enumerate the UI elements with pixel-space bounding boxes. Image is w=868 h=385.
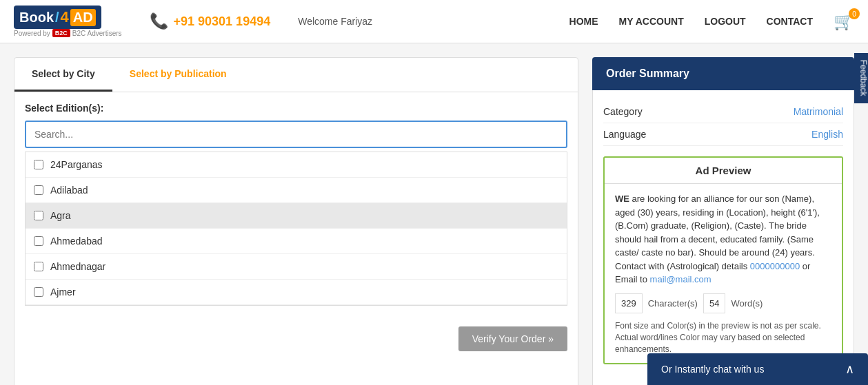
ad-text-rest: are looking for an alliance for our son … xyxy=(615,194,820,284)
verify-left: Verify Your Order » xyxy=(14,316,578,362)
city-name: Ahmedabad xyxy=(50,236,103,247)
city-checkbox[interactable] xyxy=(34,262,43,271)
tab-select-by-publication[interactable]: Select by Publication xyxy=(112,58,244,92)
city-name: Adilabad xyxy=(50,185,88,196)
city-name: 24Parganas xyxy=(50,159,103,170)
right-panel: Order Summary Category Matrimonial Langu… xyxy=(592,57,854,385)
chat-bar-chevron: ∧ xyxy=(845,362,854,377)
list-item[interactable]: Adilabad xyxy=(26,178,567,203)
characters-label: Character(s) xyxy=(648,297,698,311)
nav-my-account[interactable]: MY ACCOUNT xyxy=(619,16,684,27)
search-input[interactable] xyxy=(25,121,567,148)
welcome-text: Welcome Fariyaz xyxy=(298,16,372,27)
cart-badge: 0 xyxy=(849,8,860,19)
tab-select-by-city[interactable]: Select by City xyxy=(14,58,112,92)
list-item[interactable]: Ahmednagar xyxy=(26,254,567,280)
ad-note: Font size and Color(s) in the preview is… xyxy=(615,320,831,355)
verify-order-btn-left[interactable]: Verify Your Order » xyxy=(458,326,567,351)
phone-area: 📞 +91 90301 19494 xyxy=(150,12,271,30)
list-item[interactable]: Agra xyxy=(26,203,567,229)
feedback-tab[interactable]: Feedback xyxy=(855,53,868,103)
chat-bar-text: Or Instantly chat with us xyxy=(661,364,764,375)
list-item[interactable]: 24Parganas xyxy=(26,152,567,178)
category-value: Matrimonial xyxy=(794,106,843,117)
category-label: Category xyxy=(603,106,643,117)
city-checkbox[interactable] xyxy=(34,185,43,195)
ad-text-bold: WE xyxy=(615,194,629,204)
language-row: Language English xyxy=(603,123,843,146)
nav-logout[interactable]: LOGOUT xyxy=(705,16,746,27)
ad-preview-header: Ad Preview xyxy=(605,158,842,184)
ad-preview-body: WE are looking for an alliance for our s… xyxy=(605,184,842,363)
city-checkbox[interactable] xyxy=(34,160,43,169)
phone-icon: 📞 xyxy=(150,12,168,30)
city-list: 24ParganasAdilabadAgraAhmedabadAhmednaga… xyxy=(25,152,567,306)
ad-preview-section: Ad Preview WE are looking for an allianc… xyxy=(603,156,843,364)
words-count: 54 xyxy=(703,293,725,314)
city-name: Ajmer xyxy=(50,287,76,298)
b2c-text: B2C Advertisers xyxy=(72,30,122,37)
city-name: Ahmednagar xyxy=(50,261,105,272)
characters-count: 329 xyxy=(615,293,643,314)
ad-phone: 0000000000 xyxy=(750,261,800,271)
left-panel: Select by City Select by Publication Sel… xyxy=(14,57,578,385)
list-item[interactable]: Ahmedabad xyxy=(26,229,567,254)
logo-area: Book / 4 AD Powered by B2C B2C Advertise… xyxy=(14,6,122,37)
order-summary-body: Category Matrimonial Language English Ad… xyxy=(592,90,854,385)
logo-slash: / xyxy=(55,10,59,25)
logo-num: 4 xyxy=(61,8,69,26)
list-item[interactable]: Ajmer xyxy=(26,280,567,305)
city-checkbox[interactable] xyxy=(34,236,43,246)
chat-bar[interactable]: Or Instantly chat with us ∧ xyxy=(647,353,868,385)
language-value: English xyxy=(811,129,843,140)
city-checkbox[interactable] xyxy=(34,287,43,297)
nav-home[interactable]: HOME xyxy=(569,16,598,27)
city-checkbox[interactable] xyxy=(34,211,43,220)
tabs: Select by City Select by Publication xyxy=(14,58,578,92)
ad-email: mail@mail.com xyxy=(650,274,711,284)
b2c-badge: B2C xyxy=(52,29,70,37)
nav-links: HOME MY ACCOUNT LOGOUT CONTACT 🛒 0 xyxy=(569,12,854,31)
phone-number: +91 90301 19494 xyxy=(174,14,271,29)
powered-by-text: Powered by xyxy=(14,30,50,37)
city-name: Agra xyxy=(50,210,71,221)
header: Book / 4 AD Powered by B2C B2C Advertise… xyxy=(0,0,868,43)
powered-by: Powered by B2C B2C Advertisers xyxy=(14,29,122,37)
nav-contact[interactable]: CONTACT xyxy=(767,16,813,27)
ad-stats: 329 Character(s) 54 Word(s) xyxy=(615,293,831,314)
cart-area[interactable]: 🛒 0 xyxy=(834,12,854,31)
logo-book: Book xyxy=(19,10,54,25)
logo[interactable]: Book / 4 AD xyxy=(14,6,101,29)
select-edition-area: Select Edition(s): 24ParganasAdilabadAgr… xyxy=(14,92,578,316)
words-label: Word(s) xyxy=(731,297,763,311)
main-content: Select by City Select by Publication Sel… xyxy=(0,43,868,385)
order-summary-header: Order Summary xyxy=(592,57,854,90)
language-label: Language xyxy=(603,129,646,140)
category-row: Category Matrimonial xyxy=(603,101,843,123)
select-edition-label: Select Edition(s): xyxy=(25,103,567,114)
logo-ad: AD xyxy=(70,9,96,26)
